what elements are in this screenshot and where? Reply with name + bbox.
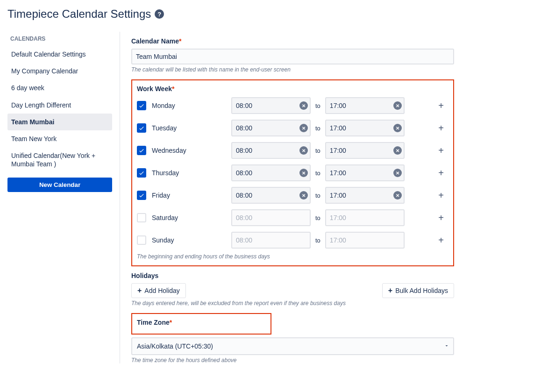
day-name-label: Friday <box>152 192 231 199</box>
day-row: Friday✕to✕+ <box>137 184 448 207</box>
clear-time-icon[interactable]: ✕ <box>393 146 402 155</box>
timezone-label: Time Zone* <box>137 319 266 326</box>
to-label: to <box>315 192 320 199</box>
to-label: to <box>315 102 320 109</box>
add-time-range-button[interactable]: + <box>434 188 448 203</box>
day-name-label: Tuesday <box>152 124 231 132</box>
add-time-range-button[interactable]: + <box>434 98 448 113</box>
day-name-label: Wednesday <box>152 147 231 154</box>
to-label: to <box>315 147 320 154</box>
calendar-name-helper: The calendar will be listed with this na… <box>131 66 454 73</box>
start-time-input[interactable] <box>231 97 311 114</box>
to-label: to <box>315 237 320 244</box>
clear-time-icon[interactable]: ✕ <box>299 191 308 200</box>
sidebar-item[interactable]: Default Calendar Settings <box>7 46 112 63</box>
bulk-add-holidays-button[interactable]: + Bulk Add Holidays <box>382 283 454 298</box>
sidebar-item[interactable]: 6 day week <box>7 79 112 96</box>
clear-time-icon[interactable]: ✕ <box>299 146 308 155</box>
end-time-input[interactable] <box>325 187 405 204</box>
start-time-input[interactable] <box>231 142 311 159</box>
day-row: Saturdayto+ <box>137 207 448 229</box>
holidays-label: Holidays <box>131 272 454 279</box>
add-time-range-button[interactable]: + <box>434 165 448 180</box>
clear-time-icon[interactable]: ✕ <box>299 101 308 110</box>
plus-icon: + <box>137 287 142 294</box>
sidebar-item[interactable]: Unified Calendar(New York + Mumbai Team … <box>7 147 112 172</box>
new-calendar-button[interactable]: New Calendar <box>7 178 112 192</box>
end-time-input[interactable] <box>325 97 405 114</box>
day-checkbox[interactable] <box>137 101 146 110</box>
day-row: Tuesday✕to✕+ <box>137 117 448 139</box>
add-time-range-button[interactable]: + <box>434 121 448 135</box>
start-time-input[interactable] <box>231 120 311 136</box>
day-checkbox[interactable] <box>137 146 146 155</box>
sidebar-header: CALENDARS <box>7 32 112 46</box>
page-title-text: Timepiece Calendar Settings <box>7 7 151 21</box>
start-time-input[interactable] <box>231 164 311 181</box>
end-time-input[interactable] <box>325 142 405 159</box>
to-label: to <box>315 214 320 221</box>
work-week-helper: The beginning and ending hours of the bu… <box>137 253 448 260</box>
sidebar-item[interactable]: Day Length Different <box>7 97 112 114</box>
day-checkbox[interactable] <box>137 235 146 245</box>
add-holiday-button[interactable]: + Add Holiday <box>131 283 186 298</box>
day-checkbox[interactable] <box>137 168 146 178</box>
calendar-name-label: Calendar Name* <box>131 37 454 45</box>
clear-time-icon[interactable]: ✕ <box>393 191 402 200</box>
sidebar-item[interactable]: Team Mumbai <box>7 114 112 130</box>
vertical-divider <box>120 32 120 363</box>
help-icon[interactable]: ? <box>155 9 164 19</box>
day-row: Monday✕to✕+ <box>137 94 448 117</box>
end-time-input <box>325 232 405 249</box>
end-time-input <box>325 209 405 226</box>
holidays-helper: The days entered here, will be excluded … <box>131 300 454 306</box>
day-row: Thursday✕to✕+ <box>137 162 448 184</box>
sidebar: CALENDARS Default Calendar SettingsMy Co… <box>7 32 120 363</box>
clear-time-icon[interactable]: ✕ <box>393 101 402 110</box>
start-time-input <box>231 209 311 226</box>
calendar-name-input[interactable] <box>131 49 454 64</box>
day-row: Sundayto+ <box>137 229 448 251</box>
day-name-label: Monday <box>152 102 231 109</box>
end-time-input[interactable] <box>325 164 405 181</box>
page-title: Timepiece Calendar Settings ? <box>7 7 534 21</box>
clear-time-icon[interactable]: ✕ <box>393 124 402 132</box>
main-content: Calendar Name* The calendar will be list… <box>131 32 534 363</box>
calendar-name-section: Calendar Name* The calendar will be list… <box>131 37 454 73</box>
add-time-range-button[interactable]: + <box>434 143 448 158</box>
end-time-input[interactable] <box>325 120 405 136</box>
day-checkbox[interactable] <box>137 123 146 133</box>
sidebar-item[interactable]: My Company Calendar <box>7 63 112 79</box>
day-checkbox[interactable] <box>137 213 146 222</box>
clear-time-icon[interactable]: ✕ <box>393 169 402 177</box>
clear-time-icon[interactable]: ✕ <box>299 169 308 177</box>
day-name-label: Thursday <box>152 169 231 177</box>
day-checkbox[interactable] <box>137 191 146 200</box>
timezone-helper: The time zone for the hours defined abov… <box>131 357 454 363</box>
holidays-section: Holidays + Add Holiday + Bulk Add Holida… <box>131 272 454 306</box>
day-name-label: Sunday <box>152 236 231 244</box>
timezone-select[interactable]: Asia/Kolkata (UTC+05:30) <box>131 337 454 355</box>
add-time-range-button[interactable]: + <box>434 233 448 248</box>
day-row: Wednesday✕to✕+ <box>137 139 448 162</box>
start-time-input <box>231 232 311 249</box>
to-label: to <box>315 170 320 177</box>
add-time-range-button[interactable]: + <box>434 210 448 225</box>
start-time-input[interactable] <box>231 187 311 204</box>
work-week-label: Work Week* <box>137 85 448 93</box>
day-name-label: Saturday <box>152 214 231 221</box>
timezone-section: Time Zone* <box>131 313 271 335</box>
to-label: to <box>315 125 320 132</box>
clear-time-icon[interactable]: ✕ <box>299 124 308 132</box>
sidebar-item[interactable]: Team New York <box>7 130 112 147</box>
chevron-down-icon <box>444 342 449 350</box>
plus-icon: + <box>388 287 392 294</box>
timezone-select-wrap: Asia/Kolkata (UTC+05:30) <box>131 337 454 355</box>
work-week-section: Work Week* Monday✕to✕+Tuesday✕to✕+Wednes… <box>131 79 454 266</box>
